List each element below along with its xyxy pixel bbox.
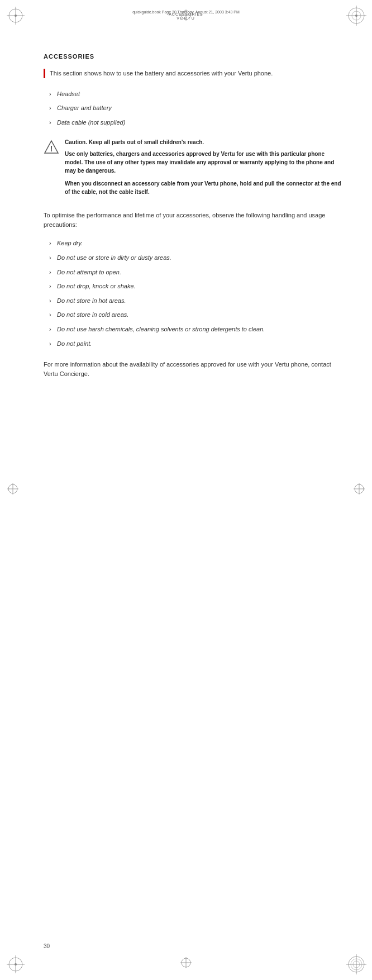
caution-title: Caution. Keep all parts out of small chi…: [65, 139, 341, 146]
caution-icon: !: [44, 140, 59, 158]
precautions-intro: To optimise the performance and lifetime…: [44, 211, 341, 230]
corner-mark-br: [345, 953, 368, 976]
crosshair-left: [7, 483, 19, 497]
list-item: Data cable (not supplied): [49, 118, 341, 128]
precaution-item: Do not drop, knock or shake.: [49, 282, 341, 292]
svg-text:!: !: [50, 144, 53, 153]
list-item: Headset: [49, 89, 341, 99]
page-number: 30: [44, 943, 50, 949]
precaution-item: Do not store in cold areas.: [49, 310, 341, 320]
footer-text: For more information about the availabil…: [44, 360, 341, 379]
precaution-item: Do not use or store in dirty or dusty ar…: [49, 253, 341, 263]
section-title: ACCESSORIES: [44, 53, 341, 60]
caution-content: Caution. Keep all parts out of small chi…: [65, 139, 341, 201]
caution-body2: When you disconnect an accessory cable f…: [65, 179, 341, 196]
list-item: Charger and battery: [49, 103, 341, 113]
precaution-item: Do not use harsh chemicals, cleaning sol…: [49, 325, 341, 335]
crosshair-top-center: [180, 9, 192, 23]
page: quickguide.book Page 30 Thursday, August…: [0, 0, 372, 980]
caution-box: ! Caution. Keep all parts out of small c…: [44, 139, 341, 201]
svg-point-20: [15, 963, 17, 965]
crosshair-bottom-center: [180, 957, 192, 971]
precautions-list: Keep dry. Do not use or store in dirty o…: [49, 239, 341, 349]
main-content: ACCESSORIES This section shows how to us…: [44, 53, 341, 388]
precaution-item: Do not store in hot areas.: [49, 296, 341, 306]
crosshair-right: [353, 483, 365, 497]
precaution-item: Keep dry.: [49, 239, 341, 249]
intro-block: This section shows how to use the batter…: [44, 69, 341, 78]
menu-list: Headset Charger and battery Data cable (…: [49, 89, 341, 128]
precaution-item: Do not attempt to open.: [49, 268, 341, 278]
caution-body1: Use only batteries, chargers and accesso…: [65, 150, 341, 175]
precaution-item: Do not paint.: [49, 339, 341, 349]
intro-text: This section shows how to use the batter…: [50, 69, 341, 78]
corner-mark-bl: [4, 953, 27, 976]
